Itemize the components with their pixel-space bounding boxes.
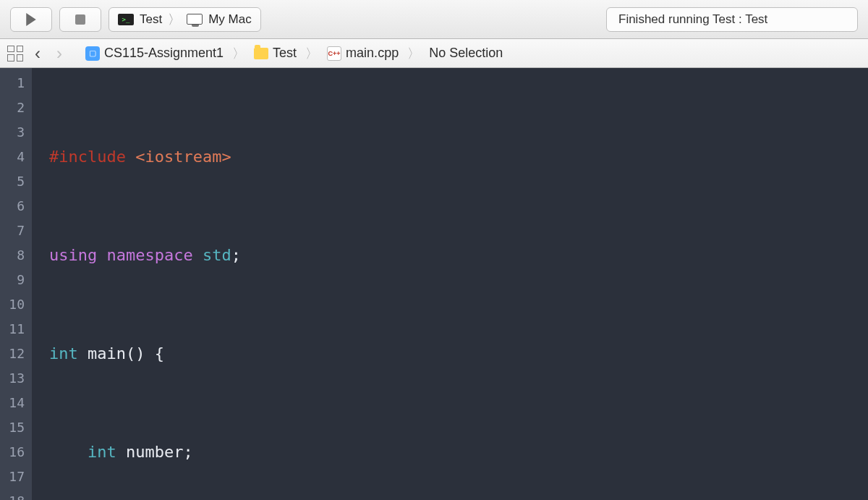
- line-number: 3: [4, 120, 25, 145]
- code-line: [49, 489, 868, 500]
- breadcrumb-file[interactable]: C++ main.cpp: [327, 46, 399, 61]
- stop-button[interactable]: [59, 7, 101, 32]
- scheme-device-label: My Mac: [208, 12, 252, 27]
- code-editor[interactable]: 1 2 3 4 5 6 7 8 9 10 11 12 13 14 15 16 1…: [0, 68, 868, 500]
- line-number: 12: [4, 342, 25, 366]
- breadcrumb-folder[interactable]: Test: [254, 46, 297, 61]
- line-number: 6: [4, 194, 25, 219]
- stop-icon: [75, 14, 85, 25]
- target-icon: >_: [118, 14, 134, 25]
- code-line: [49, 292, 868, 317]
- cpp-file-icon: C++: [327, 46, 341, 61]
- breadcrumb-selection[interactable]: No Selection: [429, 46, 503, 61]
- chevron-right-icon: 〉: [305, 45, 318, 62]
- run-button[interactable]: [10, 7, 52, 32]
- line-number: 1: [4, 71, 25, 96]
- line-number: 5: [4, 169, 25, 194]
- line-number: 4: [4, 145, 25, 169]
- line-number: 15: [4, 415, 25, 440]
- svg-marker-0: [26, 13, 36, 26]
- chevron-right-icon: 〉: [168, 11, 181, 28]
- code-area[interactable]: #include <iostream> using namespace std;…: [32, 68, 868, 500]
- breadcrumb-folder-label: Test: [273, 46, 297, 61]
- nav-forward-button[interactable]: ›: [52, 46, 67, 61]
- code-line: int number;: [49, 440, 868, 465]
- line-number: 2: [4, 96, 25, 120]
- folder-icon: [254, 48, 268, 59]
- line-number: 11: [4, 317, 25, 342]
- nav-back-button[interactable]: ‹: [30, 46, 45, 61]
- code-line: [49, 194, 868, 219]
- breadcrumb-selection-label: No Selection: [429, 46, 503, 61]
- play-icon: [25, 13, 37, 26]
- line-number-gutter: 1 2 3 4 5 6 7 8 9 10 11 12 13 14 15 16 1…: [0, 68, 32, 500]
- line-number: 14: [4, 391, 25, 415]
- code-line: [49, 391, 868, 415]
- status-text: Finished running Test : Test: [618, 12, 767, 27]
- scheme-selector[interactable]: >_ Test 〉 My Mac: [109, 7, 261, 32]
- line-number: 10: [4, 292, 25, 317]
- line-number: 18: [4, 489, 25, 500]
- chevron-right-icon: 〉: [232, 45, 245, 62]
- line-number: 16: [4, 440, 25, 465]
- status-bar[interactable]: Finished running Test : Test: [606, 7, 858, 32]
- line-number: 13: [4, 366, 25, 391]
- project-icon: ▢: [85, 46, 100, 61]
- breadcrumb-project[interactable]: ▢ CS115-Assignment1: [85, 46, 224, 61]
- chevron-right-icon: 〉: [407, 45, 420, 62]
- scheme-target-label: Test: [140, 12, 162, 27]
- toolbar: >_ Test 〉 My Mac Finished running Test :…: [0, 0, 868, 39]
- line-number: 9: [4, 268, 25, 292]
- related-items-icon[interactable]: [7, 46, 23, 62]
- code-line: #include <iostream>: [49, 145, 868, 169]
- code-line: int main() {: [49, 342, 868, 366]
- code-line: using namespace std;: [49, 243, 868, 268]
- breadcrumb-file-label: main.cpp: [346, 46, 399, 61]
- line-number: 8: [4, 243, 25, 268]
- mac-icon: [187, 14, 203, 25]
- line-number: 17: [4, 465, 25, 489]
- breadcrumb-project-label: CS115-Assignment1: [104, 46, 224, 61]
- jump-bar: ‹ › ▢ CS115-Assignment1 〉 Test 〉 C++ mai…: [0, 39, 868, 68]
- line-number: 7: [4, 219, 25, 243]
- code-line: [49, 96, 868, 120]
